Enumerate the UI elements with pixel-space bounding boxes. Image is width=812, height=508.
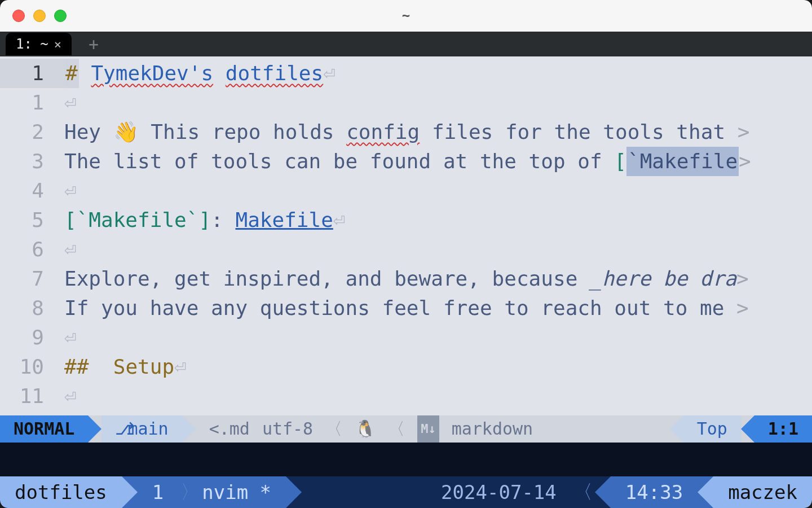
tmux-hostname: maczek: [713, 476, 812, 508]
linux-icon: 🐧: [355, 415, 376, 443]
window-close-button[interactable]: [12, 10, 25, 22]
editor-line: 5 [`Makefile`]: Makefile⏎: [0, 205, 812, 235]
line-number: 2: [0, 117, 64, 147]
editor-line: 9 ⏎: [0, 323, 812, 352]
chevron-right-icon: 〉: [178, 476, 202, 508]
editor-lines: 1 # TymekDev's dotfiles⏎ 1 ⏎ 2 Hey 👋 Thi…: [0, 56, 812, 415]
line-number: 1: [0, 88, 64, 117]
line-number: 7: [0, 264, 64, 294]
line-number: 10: [0, 352, 64, 382]
link-target: Makefile: [235, 205, 333, 235]
markdown-h1-word: dotfiles: [226, 59, 323, 88]
text: If you have any questions feel free to r…: [64, 294, 736, 323]
line-number: 11: [0, 382, 64, 411]
wrap-indicator-icon: >: [736, 294, 749, 323]
tmux-date: 2024-07-14: [426, 476, 571, 508]
editor-line: 11 ⏎: [0, 382, 812, 411]
text: files for the tools that: [420, 117, 738, 147]
editor-line: 4 ⏎: [0, 176, 812, 205]
wrap-indicator-icon: >: [738, 117, 750, 147]
window-zoom-button[interactable]: [54, 10, 67, 22]
editor-line: 8 If you have any questions feel free to…: [0, 294, 812, 323]
editor-viewport[interactable]: 1 # TymekDev's dotfiles⏎ 1 ⏎ 2 Hey 👋 Thi…: [0, 56, 812, 443]
text: :: [211, 205, 235, 235]
editor-line: 1 # TymekDev's dotfiles⏎: [0, 59, 812, 88]
emphasis: _here be dra: [590, 264, 736, 294]
line-number: 1: [0, 59, 64, 88]
editor-line: 1 ⏎: [0, 88, 812, 117]
cursor-position: 1:1: [754, 415, 812, 443]
markdown-badge-icon: M↓: [417, 415, 439, 443]
separator-icon: [741, 415, 754, 443]
separator-icon: [698, 476, 713, 508]
git-branch-segment: ⎇ main: [102, 415, 182, 443]
wrap-indicator-icon: >: [739, 147, 751, 176]
window-minimize-button[interactable]: [33, 10, 46, 22]
terminal-tab-label: 1: ~: [16, 36, 48, 52]
git-branch-icon: ⎇: [115, 415, 127, 443]
markdown-h2-text: Setup: [89, 352, 174, 382]
terminal-tab-active[interactable]: 1: ~ ×: [6, 33, 72, 55]
tmux-window-index[interactable]: 1: [138, 476, 178, 508]
line-number: 6: [0, 235, 64, 264]
tmux-session-name[interactable]: dotfiles: [0, 476, 122, 508]
markdown-h1-marker: #: [64, 59, 79, 88]
editor-line: 3 The list of tools can be found at the …: [0, 147, 812, 176]
separator-icon: [88, 415, 102, 443]
text: Hey 👋 This repo holds: [64, 117, 346, 147]
filetype-label: markdown: [452, 415, 533, 443]
mode-indicator: NORMAL: [0, 415, 88, 443]
text: Explore, get inspired, and beware, becau…: [64, 264, 590, 294]
editor-line: 6 ⏎: [0, 235, 812, 264]
bracket: [: [614, 147, 626, 176]
eol-marker-icon: ⏎: [174, 352, 187, 382]
eol-marker-icon: ⏎: [323, 59, 336, 88]
eol-marker-icon: ⏎: [64, 382, 77, 411]
file-encoding: utf-8: [262, 415, 313, 443]
markdown-h2-marker: ##: [64, 352, 89, 382]
vim-statusline: NORMAL ⎇ main <.md utf-8 〈 🐧 〈 M↓ markdo…: [0, 415, 812, 443]
separator-icon: [670, 415, 683, 443]
line-number: 9: [0, 323, 64, 352]
link-ref-label: [`Makefile`]: [64, 205, 211, 235]
eol-marker-icon: ⏎: [333, 205, 346, 235]
chevron-left-icon: 〈: [325, 415, 342, 443]
chevron-left-icon: 〈: [388, 415, 405, 443]
text-spellcheck: config: [346, 117, 420, 147]
window-titlebar: ~: [0, 0, 812, 32]
terminal-tabbar: 1: ~ × +: [0, 32, 812, 56]
file-extension: <.md: [209, 415, 250, 443]
line-number: 4: [0, 176, 64, 205]
tmux-fill: [302, 476, 426, 508]
chevron-left-icon: 〈: [571, 476, 595, 508]
line-number: 8: [0, 294, 64, 323]
eol-marker-icon: ⏎: [64, 176, 77, 205]
tmux-time: 14:33: [611, 476, 698, 508]
window-title: ~: [402, 8, 410, 24]
scroll-position: Top: [683, 415, 741, 443]
text: The list of tools can be found at the to…: [64, 147, 614, 176]
separator-icon: [286, 476, 302, 508]
wrap-indicator-icon: >: [736, 264, 749, 294]
markdown-h1-word: TymekDev's: [91, 59, 213, 88]
separator-icon: [595, 476, 611, 508]
statusline-gap: [0, 443, 812, 476]
line-number: 5: [0, 205, 64, 235]
new-tab-button[interactable]: +: [89, 34, 99, 54]
eol-marker-icon: ⏎: [64, 88, 77, 117]
editor-line: 2 Hey 👋 This repo holds config files for…: [0, 117, 812, 147]
editor-line: 7 Explore, get inspired, and beware, bec…: [0, 264, 812, 294]
line-number: 3: [0, 147, 64, 176]
tmux-window-name[interactable]: nvim *: [202, 476, 286, 508]
traffic-lights: [12, 10, 67, 22]
status-center: <.md utf-8 〈 🐧 〈 M↓ markdown: [196, 415, 670, 443]
separator-icon: [182, 415, 196, 443]
eol-marker-icon: ⏎: [64, 235, 77, 264]
git-branch-name: main: [127, 415, 168, 443]
tmux-statusline: dotfiles 1 〉 nvim * 2024-07-14 〈 14:33 m…: [0, 476, 812, 508]
close-icon[interactable]: ×: [54, 37, 61, 51]
eol-marker-icon: ⏎: [64, 323, 77, 352]
separator-icon: [122, 476, 138, 508]
inline-code: `Makefile: [626, 147, 739, 176]
editor-line: 10 ## Setup⏎: [0, 352, 812, 382]
